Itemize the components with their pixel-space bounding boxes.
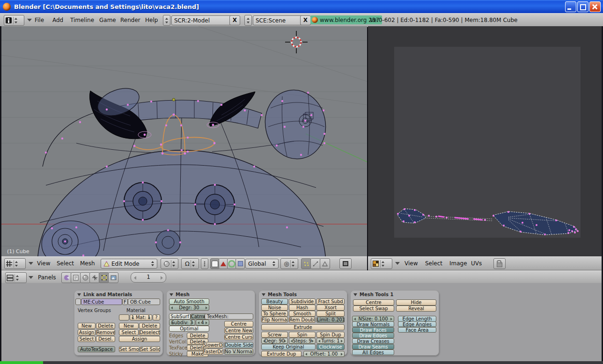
- uv-editor-canvas[interactable]: [368, 26, 602, 257]
- flip-normals-button[interactable]: Flip Normals: [261, 317, 288, 323]
- vgroup-assign-button[interactable]: Assign: [78, 329, 96, 335]
- centre-button[interactable]: Centre: [224, 321, 253, 327]
- hash-button[interactable]: Hash: [289, 305, 316, 311]
- menu-timeline[interactable]: Timeline: [70, 17, 94, 23]
- manipulator-toggle-button[interactable]: [210, 258, 220, 269]
- draw-edges-toggle[interactable]: Draw Edges: [352, 333, 394, 338]
- edges-delete-button[interactable]: Delete: [187, 333, 208, 339]
- extrude-button[interactable]: Extrude: [261, 324, 345, 330]
- face-area-toggle[interactable]: Face Area: [398, 327, 436, 333]
- draw-seams-toggle[interactable]: Draw Seams: [352, 344, 394, 349]
- logic-context-button[interactable]: [61, 272, 72, 283]
- spin-dup-button[interactable]: Spin Dup: [316, 332, 345, 338]
- noise-button[interactable]: Noise: [261, 305, 288, 311]
- centre-button[interactable]: Centre: [353, 299, 394, 306]
- slower-draw-button[interactable]: SlowerDra: [203, 342, 223, 348]
- collapse-menus-icon[interactable]: [29, 276, 33, 279]
- editor-type-button-buttons[interactable]: [5, 272, 27, 283]
- proportional-edit-button[interactable]: [201, 258, 208, 269]
- frame-number-field[interactable]: 1: [131, 272, 166, 283]
- menu-panels[interactable]: Panels: [38, 274, 56, 281]
- editor-type-stepper[interactable]: [15, 274, 19, 282]
- material-new-button[interactable]: New: [119, 323, 139, 329]
- edge-angles-toggle[interactable]: Edge Angles: [398, 321, 436, 327]
- collapse-menus-icon[interactable]: [27, 19, 32, 22]
- subdivide-button[interactable]: Subdivide: [289, 298, 316, 305]
- window-titlebar[interactable]: Blender [C:\Documents and Settings\lito\…: [0, 0, 603, 13]
- draw-faces-toggle[interactable]: Draw Faces: [352, 327, 394, 333]
- spin-button[interactable]: Spin: [289, 332, 316, 338]
- menu-add[interactable]: Add: [52, 17, 63, 23]
- material-delete-button[interactable]: Delete: [139, 323, 160, 329]
- shading-context-button[interactable]: [80, 272, 90, 283]
- all-edges-toggle[interactable]: All Edges: [352, 349, 394, 355]
- menu-view[interactable]: View: [37, 260, 50, 267]
- render-preview-button[interactable]: [339, 258, 352, 269]
- menu-image[interactable]: Image: [449, 260, 467, 267]
- material-deselect-button[interactable]: Deselect: [139, 329, 160, 335]
- editor-type-button-image[interactable]: [371, 258, 392, 269]
- minimize-button[interactable]: [565, 1, 576, 12]
- xsort-button[interactable]: Xsort: [316, 305, 345, 311]
- subdiv-field[interactable]: Subdiv: 3: [169, 320, 195, 326]
- vertex-select-button[interactable]: [301, 258, 311, 269]
- uv-lock-button[interactable]: [493, 258, 506, 269]
- turns-field[interactable]: Turns: 1: [316, 338, 345, 344]
- editor-type-stepper[interactable]: [14, 260, 18, 268]
- mesh-browse-button[interactable]: [75, 298, 81, 305]
- mode-dropdown[interactable]: Edit Mode: [101, 259, 157, 269]
- no-vnormal-flip-toggle[interactable]: No V.Normal Fli: [224, 349, 253, 355]
- double-sided-toggle[interactable]: Double Sided: [224, 342, 253, 348]
- viewport-3d-canvas[interactable]: [1, 26, 367, 257]
- to-sphere-button[interactable]: To Sphere: [261, 311, 288, 317]
- material-counter[interactable]: 1 Mat: 1: [130, 314, 152, 320]
- set-smooth-button[interactable]: Set Smooth: [119, 346, 140, 352]
- screen-browse-button[interactable]: [163, 15, 170, 26]
- smooth-button[interactable]: Smooth: [289, 311, 316, 317]
- viewport-3d[interactable]: (1) Cube View Select Mesh Edit Mode Ω: [1, 26, 367, 270]
- rem-double-button[interactable]: Rem Double: [289, 317, 316, 323]
- material-assign-button[interactable]: Assign: [119, 336, 160, 342]
- editing-context-button[interactable]: [99, 272, 109, 283]
- centre-new-button[interactable]: Centre New: [224, 328, 253, 334]
- face-select-button[interactable]: [320, 258, 330, 269]
- editor-type-button-3dview[interactable]: [4, 258, 26, 269]
- screw-button[interactable]: Screw: [261, 332, 288, 338]
- subsurf-toggle[interactable]: SubSurf: [169, 313, 191, 320]
- collapse-menus-icon[interactable]: [29, 262, 33, 265]
- manipulator-rotate-button[interactable]: [227, 258, 236, 269]
- object-name-field[interactable]: OB:Cube: [128, 298, 160, 305]
- vgroup-delete-button[interactable]: Delete: [96, 323, 115, 329]
- panel-mesh-tools-1[interactable]: Mesh Tools 1 Centre Hide Select Swap Rev…: [350, 290, 439, 356]
- menu-select[interactable]: Select: [57, 260, 74, 267]
- fract-subd-button[interactable]: Fract Subd: [316, 298, 345, 305]
- reveal-button[interactable]: Reveal: [396, 306, 436, 312]
- screen-delete-button[interactable]: X: [229, 15, 240, 25]
- panel-collapse-icon[interactable]: [353, 293, 357, 296]
- menu-render[interactable]: Render: [120, 17, 140, 23]
- panel-collapse-icon[interactable]: [77, 293, 81, 296]
- uv-image-editor[interactable]: View Select Image UVs: [368, 26, 602, 270]
- menu-uvs[interactable]: UVs: [471, 260, 482, 267]
- centre-cursor-button[interactable]: Centre Cursor: [224, 334, 253, 340]
- manipulator-translate-button[interactable]: [219, 258, 228, 269]
- menu-help[interactable]: Help: [145, 17, 158, 23]
- material-color-swatch[interactable]: [119, 314, 129, 320]
- panel-collapse-icon[interactable]: [262, 293, 265, 296]
- select-swap-button[interactable]: Select Swap: [353, 306, 394, 312]
- close-button[interactable]: [589, 1, 601, 12]
- panel-mesh-tools[interactable]: Mesh Tools Beauty Subdivide Fract Subd N…: [258, 290, 347, 356]
- beauty-toggle[interactable]: Beauty: [261, 298, 288, 305]
- editor-type-stepper[interactable]: [380, 260, 385, 268]
- scene-browse-button[interactable]: [244, 15, 252, 26]
- pivot-stepper[interactable]: [290, 260, 295, 268]
- keep-original-toggle[interactable]: Keep Original: [261, 344, 316, 350]
- panel-collapse-icon[interactable]: [169, 293, 173, 296]
- panel-mesh[interactable]: Mesh Auto Smooth Degr: 30 SubSurf Catmul…: [166, 290, 255, 356]
- object-context-button[interactable]: [89, 272, 100, 283]
- offset-field[interactable]: Offset: 1.00: [303, 351, 345, 357]
- mesh-name-field[interactable]: ME:Cube: [81, 298, 122, 305]
- auto-smooth-toggle[interactable]: Auto Smooth: [169, 298, 209, 305]
- optimal-toggle[interactable]: Optimal: [169, 326, 209, 332]
- pivot-point-button[interactable]: ◎: [280, 258, 298, 269]
